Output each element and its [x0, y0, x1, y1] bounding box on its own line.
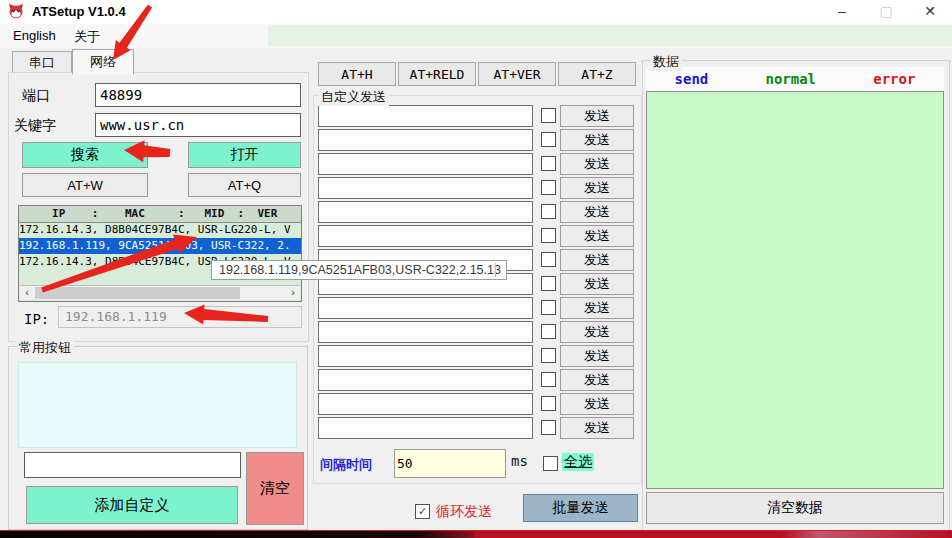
tab-network[interactable]: 网络: [72, 49, 134, 75]
custom-send-input-2[interactable]: [318, 129, 533, 151]
custom-send-row-4: 发送: [318, 177, 642, 199]
send-button-9[interactable]: 发送: [560, 297, 634, 319]
port-input[interactable]: [95, 83, 301, 107]
custom-send-input-9[interactable]: [318, 297, 533, 319]
common-buttons-label: 常用按钮: [16, 339, 74, 357]
custom-send-row-3: 发送: [318, 153, 642, 175]
send-button-8[interactable]: 发送: [560, 273, 634, 295]
bottom-edge-strip: [0, 530, 952, 538]
cmd-button-atreld[interactable]: AT+RELD: [398, 62, 476, 86]
custom-send-checkbox-7[interactable]: [541, 252, 556, 267]
interval-input[interactable]: [394, 449, 506, 478]
custom-send-checkbox-2[interactable]: [541, 132, 556, 147]
legend-normal: normal: [765, 71, 816, 87]
ip-field: 192.168.1.119: [58, 306, 302, 328]
cmd-button-atver[interactable]: AT+VER: [478, 62, 556, 86]
ip-label: IP:: [24, 311, 49, 327]
legend-error: error: [873, 71, 915, 87]
send-button-14[interactable]: 发送: [560, 417, 634, 439]
keyword-input[interactable]: [95, 113, 301, 137]
select-all-checkbox[interactable]: [543, 456, 558, 471]
select-all-label[interactable]: 全选: [562, 453, 594, 471]
custom-send-input-6[interactable]: [318, 225, 533, 247]
scroll-right-icon[interactable]: ›: [286, 286, 300, 300]
custom-send-checkbox-12[interactable]: [541, 372, 556, 387]
custom-send-row-9: 发送: [318, 297, 642, 319]
device-list-scrollbar[interactable]: ‹ ›: [20, 285, 300, 300]
legend-send: send: [675, 71, 709, 87]
interval-label: 间隔时间: [320, 456, 372, 474]
menu-about[interactable]: 关于: [74, 28, 100, 46]
send-button-7[interactable]: 发送: [560, 249, 634, 271]
menu-green-band: [268, 25, 952, 46]
send-button-3[interactable]: 发送: [560, 153, 634, 175]
send-button-12[interactable]: 发送: [560, 369, 634, 391]
data-legend: sendnormalerror: [646, 67, 944, 91]
send-button-5[interactable]: 发送: [560, 201, 634, 223]
close-button[interactable]: ✕: [908, 0, 952, 24]
send-button-2[interactable]: 发送: [560, 129, 634, 151]
custom-send-row-13: 发送: [318, 393, 642, 415]
atw-button[interactable]: AT+W: [22, 173, 148, 197]
custom-send-checkbox-9[interactable]: [541, 300, 556, 315]
custom-send-input-11[interactable]: [318, 345, 533, 367]
title-bar: ATSetup V1.0.4 – ▢ ✕: [0, 0, 952, 24]
menu-english[interactable]: English: [13, 28, 56, 43]
send-button-10[interactable]: 发送: [560, 321, 634, 343]
custom-send-input-4[interactable]: [318, 177, 533, 199]
device-row-1[interactable]: 172.16.14.3, D8B04CE97B4C, USR-LG220-L, …: [19, 222, 301, 238]
custom-send-input-5[interactable]: [318, 201, 533, 223]
custom-send-input-13[interactable]: [318, 393, 533, 415]
custom-send-checkbox-13[interactable]: [541, 396, 556, 411]
open-button[interactable]: 打开: [188, 142, 301, 168]
interval-unit-label: ms: [511, 453, 528, 469]
custom-send-input-3[interactable]: [318, 153, 533, 175]
custom-command-input[interactable]: [24, 452, 241, 478]
keyword-label: 关键字: [14, 117, 56, 135]
maximize-button[interactable]: ▢: [864, 0, 908, 24]
send-button-11[interactable]: 发送: [560, 345, 634, 367]
clear-button[interactable]: 清空: [246, 452, 304, 525]
atq-button[interactable]: AT+Q: [188, 173, 301, 197]
custom-send-checkbox-10[interactable]: [541, 324, 556, 339]
scrollbar-thumb[interactable]: [35, 287, 240, 299]
custom-send-checkbox-14[interactable]: [541, 420, 556, 435]
device-list-header: IP : MAC : MID : VER: [19, 206, 301, 223]
custom-send-input-10[interactable]: [318, 321, 533, 343]
search-button[interactable]: 搜索: [22, 142, 148, 168]
minimize-button[interactable]: –: [820, 0, 864, 24]
custom-send-input-14[interactable]: [318, 417, 533, 439]
add-custom-button[interactable]: 添加自定义: [26, 486, 238, 524]
cmd-button-atz[interactable]: AT+Z: [558, 62, 636, 86]
loop-send-checkbox[interactable]: ✓: [415, 504, 430, 519]
send-button-1[interactable]: 发送: [560, 105, 634, 127]
loop-send-label: 循环发送: [436, 503, 492, 521]
custom-send-checkbox-3[interactable]: [541, 156, 556, 171]
custom-send-checkbox-4[interactable]: [541, 180, 556, 195]
send-button-13[interactable]: 发送: [560, 393, 634, 415]
custom-send-checkbox-6[interactable]: [541, 228, 556, 243]
tooltip-divider: [495, 263, 496, 277]
common-buttons-area: [18, 362, 297, 448]
custom-send-row-6: 发送: [318, 225, 642, 247]
custom-send-row-11: 发送: [318, 345, 642, 367]
send-button-6[interactable]: 发送: [560, 225, 634, 247]
custom-send-input-1[interactable]: [318, 105, 533, 127]
custom-send-checkbox-1[interactable]: [541, 108, 556, 123]
data-display-area[interactable]: [646, 91, 944, 489]
clear-data-button[interactable]: 清空数据: [646, 492, 944, 524]
custom-send-checkbox-5[interactable]: [541, 204, 556, 219]
custom-send-checkbox-11[interactable]: [541, 348, 556, 363]
custom-send-row-14: 发送: [318, 417, 642, 439]
data-group-label: 数据: [650, 53, 682, 71]
cmd-button-ath[interactable]: AT+H: [318, 62, 396, 86]
custom-send-row-1: 发送: [318, 105, 642, 127]
custom-send-input-12[interactable]: [318, 369, 533, 391]
custom-send-row-10: 发送: [318, 321, 642, 343]
device-row-2[interactable]: 192.168.1.119, 9CA5251AFB03, USR-C322, 2…: [19, 238, 301, 254]
app-icon: [8, 3, 24, 19]
scroll-left-icon[interactable]: ‹: [20, 286, 34, 300]
custom-send-checkbox-8[interactable]: [541, 276, 556, 291]
send-button-4[interactable]: 发送: [560, 177, 634, 199]
batch-send-button[interactable]: 批量发送: [523, 494, 638, 522]
